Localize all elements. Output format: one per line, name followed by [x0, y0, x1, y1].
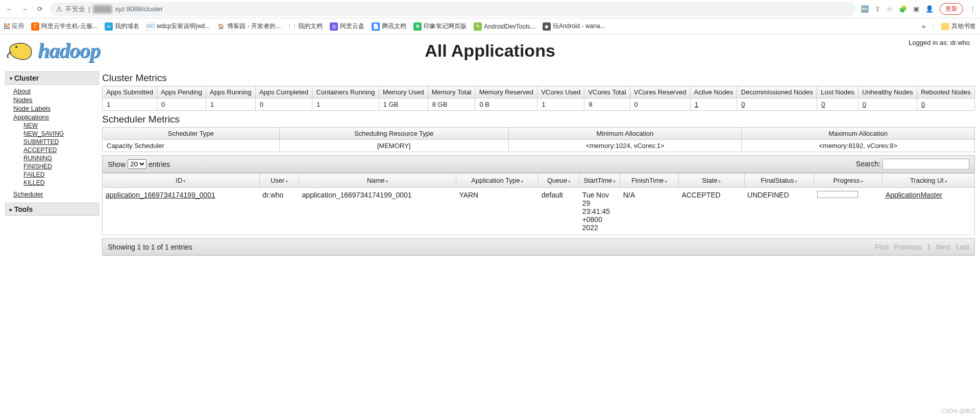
- sidebar-app-state[interactable]: KILLED: [23, 179, 99, 187]
- share-icon[interactable]: ⇪: [875, 5, 880, 13]
- update-button[interactable]: 更新: [940, 3, 963, 15]
- th[interactable]: Rebooted Nodes: [917, 86, 974, 99]
- sidebar-cluster-header[interactable]: ▾Cluster: [5, 71, 99, 85]
- th[interactable]: Scheduler Type: [103, 128, 280, 140]
- active-nodes-link[interactable]: 1: [695, 101, 698, 108]
- sidebar-link-about[interactable]: About: [13, 87, 99, 95]
- tracking-ui-link[interactable]: ApplicationMaster: [886, 191, 942, 199]
- bookmark-item[interactable]: ◆玩Android - wana...: [543, 22, 605, 31]
- th[interactable]: Active Nodes: [690, 86, 737, 99]
- forward-button[interactable]: →: [19, 4, 30, 14]
- th-user[interactable]: User♦: [259, 174, 299, 188]
- sort-icon: ♦: [795, 179, 798, 184]
- sidebar-app-state[interactable]: NEW_SAVING: [23, 130, 99, 138]
- panel-icon[interactable]: ▣: [913, 5, 919, 13]
- th-finishtime[interactable]: FinishTime♦: [620, 174, 679, 188]
- page-number[interactable]: 1: [927, 243, 931, 251]
- th[interactable]: VCores Used: [537, 86, 584, 99]
- cluster-metrics-table: Apps Submitted Apps Pending Apps Running…: [102, 86, 975, 111]
- search-input[interactable]: [883, 159, 969, 169]
- logged-in-user: Logged in as: dr.who: [909, 39, 970, 46]
- th[interactable]: Apps Completed: [255, 86, 312, 99]
- th-apptype[interactable]: Application Type♦: [456, 174, 538, 188]
- th-id[interactable]: ID▾: [103, 174, 260, 188]
- bookmark-item[interactable]: ❇印象笔记网页版: [413, 22, 467, 31]
- bookmark-item[interactable]: ∞我的域名: [105, 22, 139, 31]
- th[interactable]: Scheduling Resource Type: [279, 128, 508, 140]
- th[interactable]: Apps Pending: [157, 86, 206, 99]
- bookmark-item[interactable]: ✎AndroidDevTools...: [474, 22, 535, 31]
- th-finalstatus[interactable]: FinalStatus♦: [744, 174, 814, 188]
- th[interactable]: Memory Used: [379, 86, 428, 99]
- th[interactable]: VCores Reserved: [630, 86, 690, 99]
- progress-bar: [817, 191, 858, 198]
- th[interactable]: Decommissioned Nodes: [737, 86, 817, 99]
- elephant-icon: [5, 38, 36, 63]
- sidebar-link-applications[interactable]: Applications: [13, 113, 99, 121]
- bookmarks-overflow[interactable]: »: [922, 23, 925, 30]
- bookmark-item[interactable]: WDwdcp安装说明|wd...: [146, 22, 210, 31]
- address-bar[interactable]: ⚠ 不安全 | ████ xyz:8088/cluster: [50, 2, 855, 16]
- th[interactable]: Minimum Allocation: [508, 128, 742, 140]
- lost-nodes-link[interactable]: 0: [821, 101, 825, 108]
- th[interactable]: Memory Reserved: [475, 86, 537, 99]
- rebooted-nodes-link[interactable]: 0: [921, 101, 925, 108]
- th[interactable]: Maximum Allocation: [742, 128, 975, 140]
- sidebar-link-scheduler[interactable]: Scheduler: [13, 190, 99, 199]
- chevron-down-icon: ▾: [10, 76, 12, 81]
- th-progress[interactable]: Progress♦: [814, 174, 883, 188]
- back-button[interactable]: ←: [4, 4, 14, 14]
- th-queue[interactable]: Queue♦: [538, 174, 579, 188]
- page-prev[interactable]: Previous: [894, 243, 921, 251]
- profile-icon[interactable]: 👤: [925, 5, 934, 13]
- page-title: All Applications: [425, 41, 555, 61]
- datatable-info: Showing 1 to 1 of 1 entries: [108, 243, 192, 251]
- sidebar-link-nodes[interactable]: Nodes: [13, 95, 99, 104]
- reload-button[interactable]: ⟳: [35, 4, 45, 14]
- th-state[interactable]: State♦: [678, 174, 744, 188]
- menu-icon[interactable]: ⋮: [969, 5, 976, 13]
- th[interactable]: Unhealthy Nodes: [858, 86, 917, 99]
- entries-select[interactable]: 20: [128, 159, 146, 169]
- url-text: xyz:8088/cluster: [115, 5, 163, 13]
- th[interactable]: VCores Total: [584, 86, 630, 99]
- th-starttime[interactable]: StartTime♦: [579, 174, 620, 188]
- page-next[interactable]: Next: [936, 243, 951, 251]
- applications-table: ID▾ User♦ Name♦ Application Type♦ Queue♦…: [102, 173, 975, 235]
- th[interactable]: Containers Running: [312, 86, 379, 99]
- apps-button[interactable]: 应用: [4, 22, 24, 31]
- translate-icon[interactable]: 🔤: [861, 5, 869, 13]
- decommissioned-nodes-link[interactable]: 0: [741, 101, 745, 108]
- th[interactable]: Memory Total: [428, 86, 475, 99]
- page-header: hadoop All Applications Logged in as: dr…: [0, 35, 980, 66]
- sidebar-app-state[interactable]: NEW: [23, 121, 99, 130]
- sidebar-tools-header[interactable]: ▸Tools: [5, 203, 99, 216]
- extensions-icon[interactable]: 🧩: [899, 5, 907, 13]
- th-tracking[interactable]: Tracking UI♦: [883, 174, 975, 188]
- bookmark-item[interactable]: 🏠博客园 - 开发者的...: [217, 22, 281, 31]
- th[interactable]: Lost Nodes: [817, 86, 858, 99]
- page-last[interactable]: Last: [956, 243, 969, 251]
- bookmark-item[interactable]: C阿里云学生机-云服...: [31, 22, 97, 31]
- star-icon[interactable]: ☆: [887, 5, 893, 13]
- unhealthy-nodes-link[interactable]: 0: [863, 101, 866, 108]
- sort-icon: ♦: [521, 179, 523, 184]
- sidebar-app-state[interactable]: RUNNING: [23, 154, 99, 162]
- th-name[interactable]: Name♦: [299, 174, 456, 188]
- sidebar-link-node-labels[interactable]: Node Labels: [13, 104, 99, 113]
- insecure-label: 不安全: [65, 5, 85, 14]
- sidebar-app-state[interactable]: FINISHED: [23, 162, 99, 170]
- sidebar-app-state[interactable]: ACCEPTED: [23, 146, 99, 154]
- other-bookmarks[interactable]: 其他书签: [941, 22, 976, 31]
- bookmark-item[interactable]: 📄腾讯文档: [372, 22, 406, 31]
- bookmark-item[interactable]: ◎阿里云盘: [330, 22, 364, 31]
- sidebar-app-state[interactable]: FAILED: [23, 170, 99, 179]
- page-first[interactable]: First: [875, 243, 889, 251]
- th[interactable]: Apps Running: [206, 86, 256, 99]
- bookmark-item[interactable]: ⋮⋮我的文档: [288, 22, 323, 31]
- sort-icon: ♦: [945, 179, 947, 184]
- sort-icon: ♦: [386, 179, 388, 184]
- sidebar-app-state[interactable]: SUBMITTED: [23, 138, 99, 146]
- th[interactable]: Apps Submitted: [103, 86, 157, 99]
- app-id-link[interactable]: application_1669734174199_0001: [106, 191, 215, 199]
